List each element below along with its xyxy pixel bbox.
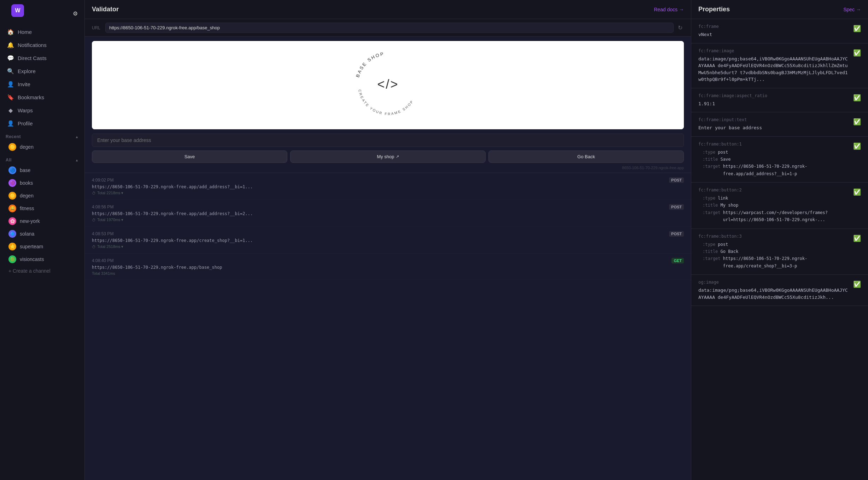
channel-base[interactable]: 🔵 base [3, 164, 82, 177]
channel-fitness[interactable]: 😄 fitness [3, 202, 82, 215]
recent-chevron[interactable]: ▲ [75, 135, 79, 139]
channel-new-york[interactable]: 🌸 new-york [3, 215, 82, 227]
sidebar-item-label: Profile [18, 120, 33, 126]
sidebar-item-home[interactable]: 🏠 Home [3, 25, 82, 38]
history-area[interactable]: 4:09:02 PM POST https://8650-106-51-70-2… [85, 173, 691, 480]
svg-text:</>: </> [377, 77, 399, 91]
channel-visioncasts[interactable]: 🟢 visioncasts [3, 253, 82, 266]
sidebar-item-explore[interactable]: 🔍 Explore [3, 65, 82, 78]
channel-avatar: 🔷 [8, 230, 16, 238]
history-time: 4:08:53 PM [92, 231, 113, 236]
my-shop-button[interactable]: My shop ↗ [290, 150, 486, 163]
sidebar-item-label: Explore [18, 68, 36, 74]
channel-avatar: 🟣 [8, 179, 16, 187]
sidebar-logo[interactable]: W [11, 4, 24, 17]
history-item[interactable]: 4:08:53 PM POST https://8650-106-51-70-2… [85, 227, 691, 254]
history-timing[interactable]: ⏱ Total 2518ms ▾ [92, 244, 684, 249]
properties-panel: Properties Spec → fc:frame vNext ✅ fc:fr… [691, 0, 868, 480]
sidebar-item-label: Home [18, 29, 32, 35]
prop-key: fc:frame [698, 24, 849, 29]
check-icon: ✅ [853, 94, 861, 102]
sidebar-item-profile[interactable]: 👤 Profile [3, 117, 82, 130]
check-icon: ✅ [853, 142, 861, 150]
channel-avatar: ⭐ [8, 243, 16, 250]
check-icon: ✅ [853, 25, 861, 32]
frame-text-input[interactable] [92, 134, 684, 147]
sidebar-item-label: Invite [18, 81, 30, 87]
bookmark-icon: 🔖 [7, 94, 14, 101]
sidebar-item-label: Direct Casts [18, 55, 47, 61]
properties-header: Properties Spec → [691, 0, 868, 19]
bell-icon: 🔔 [7, 42, 14, 48]
history-item[interactable]: 4:08:40 PM GET https://8650-106-51-70-22… [85, 254, 691, 280]
prop-block-input-text: fc:frame:input:text Enter your base addr… [691, 112, 868, 137]
channel-degen-recent[interactable]: 🟡 degen [3, 141, 82, 153]
history-timing: Total 3341ms [92, 271, 684, 275]
spec-link[interactable]: Spec → [843, 7, 861, 12]
sidebar-nav: 🏠 Home 🔔 Notifications 💬 Direct Casts 🔍 … [0, 25, 84, 130]
check-icon: ✅ [853, 118, 861, 126]
channel-label: superteam [20, 244, 43, 249]
settings-icon[interactable]: ⚙ [72, 10, 79, 17]
history-item[interactable]: 4:09:02 PM POST https://8650-106-51-70-2… [85, 173, 691, 200]
sidebar-item-bookmarks[interactable]: 🔖 Bookmarks [3, 91, 82, 104]
prop-value: vNext [698, 31, 849, 38]
history-item[interactable]: 4:08:56 PM POST https://8650-106-51-70-2… [85, 200, 691, 227]
validator-panel: Validator Read docs → URL ↻ BASE SHOP [85, 0, 691, 480]
go-back-button[interactable]: Go Back [488, 150, 684, 163]
external-link-icon: ↗ [396, 154, 399, 159]
check-icon: ✅ [853, 49, 861, 57]
message-icon: 💬 [7, 55, 14, 61]
prop-key: fc:frame:image [698, 48, 849, 53]
channel-avatar: 🟢 [8, 255, 16, 263]
prop-block-fc-frame-image: fc:frame:image data:image/png;base64,iVB… [691, 43, 868, 88]
prop-value: Enter your base address [698, 124, 849, 131]
prop-block-button-2: fc:frame:button:2 :type link :title My s… [691, 183, 868, 229]
recent-section-label: Recent ▲ [0, 130, 84, 141]
history-timing[interactable]: ⏱ Total 1970ms ▾ [92, 218, 684, 222]
sidebar-item-notifications[interactable]: 🔔 Notifications [3, 38, 82, 52]
history-method: POST [669, 177, 684, 183]
history-timing[interactable]: ⏱ Total 2218ms ▾ [92, 191, 684, 195]
channel-superteam[interactable]: ⭐ superteam [3, 240, 82, 253]
validator-title: Validator [92, 6, 119, 13]
history-time: 4:08:56 PM [92, 205, 113, 209]
history-time: 4:08:40 PM [92, 258, 113, 263]
all-chevron[interactable]: ▲ [75, 158, 79, 162]
svg-text:CREATE YOUR FRAME SHOP: CREATE YOUR FRAME SHOP [357, 89, 414, 116]
history-url: https://8650-106-51-70-229.ngrok-free.ap… [92, 211, 684, 216]
channel-label: degen [20, 144, 34, 150]
channel-degen[interactable]: 🟡 degen [3, 189, 82, 202]
prop-block-og-image: og:image data:image/png;base64,iVBORw0KG… [691, 275, 868, 306]
save-button[interactable]: Save [92, 150, 287, 163]
create-channel-button[interactable]: + Create a channel [3, 266, 82, 276]
history-time: 4:09:02 PM [92, 178, 113, 183]
history-url: https://8650-106-51-70-229.ngrok-free.ap… [92, 238, 684, 243]
prop-key: fc:frame:input:text [698, 117, 849, 122]
prop-block-aspect-ratio: fc:frame:image:aspect_ratio 1.91:1 ✅ [691, 88, 868, 113]
channel-books[interactable]: 🟣 books [3, 177, 82, 189]
frame-footer: 8650-106-51-70-229.ngrok-free.app [85, 166, 691, 173]
sidebar-item-label: Notifications [18, 42, 47, 48]
profile-icon: 👤 [7, 120, 14, 127]
channel-label: fitness [20, 206, 34, 211]
sidebar-item-warps[interactable]: ◆ Warps [3, 104, 82, 117]
sidebar-item-direct-casts[interactable]: 💬 Direct Casts [3, 52, 82, 65]
read-docs-link[interactable]: Read docs → [654, 7, 684, 12]
main-content: Validator Read docs → URL ↻ BASE SHOP [85, 0, 868, 480]
sidebar-top: W ⚙ [0, 4, 84, 23]
url-input[interactable] [105, 23, 674, 33]
channel-solana[interactable]: 🔷 solana [3, 227, 82, 240]
search-icon: 🔍 [7, 68, 14, 75]
prop-value: 1.91:1 [698, 100, 849, 107]
channel-label: solana [20, 231, 34, 237]
channel-avatar: 🟡 [8, 143, 16, 151]
url-label: URL [92, 25, 102, 30]
url-bar: URL ↻ [85, 19, 691, 37]
refresh-icon[interactable]: ↻ [676, 23, 684, 32]
prop-key: og:image [698, 280, 849, 285]
invite-icon: 👤 [7, 81, 14, 88]
prop-block-fc-frame: fc:frame vNext ✅ [691, 19, 868, 43]
channel-label: books [20, 180, 33, 186]
sidebar-item-invite[interactable]: 👤 Invite [3, 78, 82, 91]
